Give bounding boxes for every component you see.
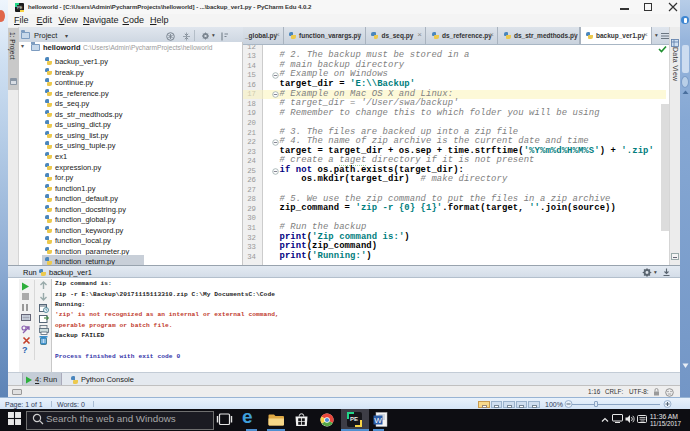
- svg-text:W: W: [374, 416, 382, 425]
